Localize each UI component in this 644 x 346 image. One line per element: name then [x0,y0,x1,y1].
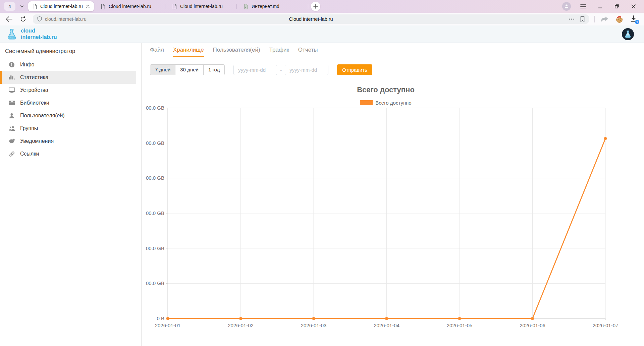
storage-line-chart: 0 B100.0 GB200.0 GB300.0 GB400.0 GB500.0… [146,105,626,333]
svg-text:2026-01-05: 2026-01-05 [447,323,473,328]
more-options-icon[interactable] [569,18,575,20]
svg-text:2026-01-03: 2026-01-03 [301,323,327,328]
sidebar-item-notifications[interactable]: Уведомления [0,135,136,148]
svg-text:600.0 GB: 600.0 GB [146,105,164,111]
downloads-button[interactable]: 1 [630,15,638,23]
date-range-separator: - [280,67,282,73]
back-arrow-icon [6,16,12,22]
legend-swatch [360,100,373,105]
page-icon [32,4,37,9]
bookmark-icon[interactable] [580,16,585,22]
sidebar-item-label: Статистика [20,74,48,80]
libraries-icon [8,100,15,106]
tab-traffic[interactable]: Трафик [269,47,289,57]
cookie-extension-icon[interactable] [615,15,623,23]
hamburger-icon [580,4,586,9]
sidebar-item-users[interactable]: Пользователя(ей) [0,109,136,122]
legend-label: Всего доступно [375,100,411,106]
devices-icon [8,87,15,93]
statistics-page: Файл Хранилище Пользователя(ей) Трафик О… [142,43,644,346]
sidebar-item-label: Группы [20,125,38,131]
range-30-days-button[interactable]: 30 дней [175,65,204,75]
date-to-input[interactable] [285,65,328,75]
svg-text:300.0 GB: 300.0 GB [146,210,164,216]
statistics-tabs: Файл Хранилище Пользователя(ей) Трафик О… [150,47,318,57]
reload-icon [20,16,26,22]
svg-text:400.0 GB: 400.0 GB [146,175,164,181]
window-controls [562,2,640,11]
close-icon [631,4,636,9]
tab-counter-button[interactable]: 4 [4,2,15,11]
sidebar-item-label: Библиотеки [20,100,49,106]
range-button-group: 7 дней 30 дней 1 год [150,64,225,75]
tab-file[interactable]: Файл [150,47,164,57]
address-bar[interactable]: cloud.internet-lab.ru Cloud internet-lab… [33,14,589,24]
sidebar-item-devices[interactable]: Устройства [0,84,136,97]
chart-legend[interactable]: Всего доступно [146,100,626,106]
site-logo[interactable]: cloud internet-lab.ru [5,28,57,41]
svg-text:500.0 GB: 500.0 GB [146,140,164,146]
flask-logo-icon [5,28,18,41]
reload-button[interactable] [19,15,28,23]
close-window-button[interactable] [629,2,638,11]
notifications-icon [8,138,15,144]
sidebar-item-label: Пользователя(ей) [20,113,65,119]
browser-profile-button[interactable] [562,2,571,11]
sidebar-item-groups[interactable]: Группы [0,122,136,135]
sidebar-item-info[interactable]: Инфо [0,58,136,71]
range-7-days-button[interactable]: 7 дней [150,65,175,75]
tab-title: Cloud internet-lab.ru [40,4,83,9]
sidebar-item-label: Уведомления [20,138,54,144]
sidebar-item-libraries[interactable]: Библиотеки [0,97,136,109]
stats-icon [8,74,15,80]
browser-tab-1[interactable]: Cloud internet-lab.ru [28,1,94,11]
plus-icon [313,4,318,9]
sidebar-section-title: Системный администратор [0,48,141,54]
browser-toolbar: cloud.internet-lab.ru Cloud internet-lab… [0,13,644,25]
browser-tab-4[interactable]: Интернет.md [239,1,305,11]
filter-row: 7 дней 30 дней 1 год - Отправить [150,64,372,75]
links-icon [8,151,15,157]
info-icon [8,62,15,68]
tab-title: Cloud internet-lab.ru [180,4,230,9]
account-avatar[interactable] [622,28,634,40]
tab-users[interactable]: Пользователя(ей) [213,47,260,57]
restore-icon [614,4,620,9]
logo-line1: cloud [21,28,57,34]
browser-tab-2[interactable]: Cloud internet-lab.ru [97,1,162,11]
chart-title: Всего доступно [146,85,626,94]
minimize-icon [598,4,602,9]
minimize-button[interactable] [596,2,604,11]
avatar-flask-icon [624,30,632,39]
date-from-input[interactable] [233,65,277,75]
svg-text:2026-01-01: 2026-01-01 [155,323,181,328]
chevron-down-icon [19,4,24,9]
download-badge: 1 [635,20,639,24]
back-button[interactable] [5,15,13,23]
submit-button[interactable]: Отправить [337,64,372,75]
sidebar-item-links[interactable]: Ссылки [0,148,136,160]
tab-storage[interactable]: Хранилище [173,47,204,57]
markdown-file-icon [244,4,249,9]
share-device-icon[interactable] [600,15,609,23]
close-tab-icon[interactable] [86,4,90,8]
range-1-year-button[interactable]: 1 год [204,65,224,75]
tab-divider [236,4,237,9]
tab-reports[interactable]: Отчеты [298,47,318,57]
page-icon [172,4,177,9]
admin-sidebar: Системный администратор Инфо Статистика … [0,43,142,346]
shield-icon[interactable] [37,16,42,22]
tab-list-chevron-button[interactable] [18,2,25,11]
sidebar-item-statistics[interactable]: Статистика [0,71,136,84]
sidebar-item-label: Устройства [20,87,48,93]
tab-divider [308,4,308,9]
user-icon [8,113,15,119]
sidebar-item-label: Ссылки [20,151,39,157]
restore-button[interactable] [612,2,621,11]
browser-menu-button[interactable] [579,2,588,11]
new-tab-button[interactable] [311,2,320,11]
svg-text:2026-01-07: 2026-01-07 [593,323,619,328]
logo-line2: internet-lab.ru [21,34,57,41]
browser-tab-3[interactable]: Cloud internet-lab.ru [168,1,234,11]
user-avatar-icon [564,4,569,9]
